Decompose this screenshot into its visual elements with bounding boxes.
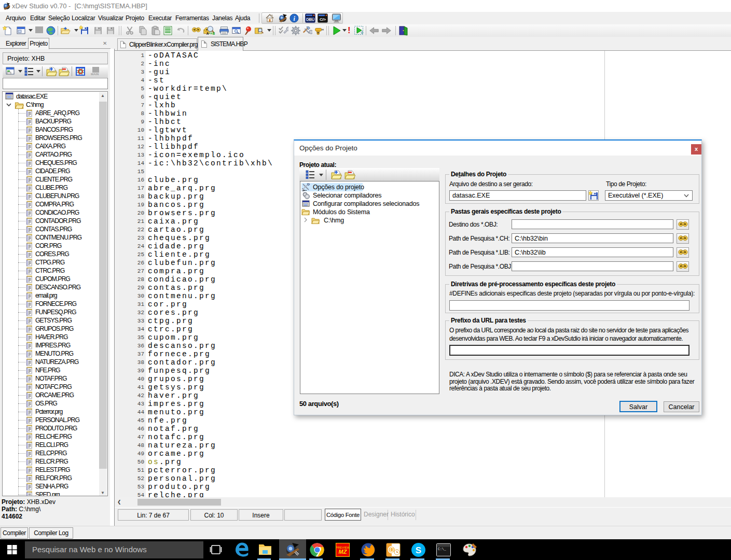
svg-text:S: S xyxy=(416,545,421,555)
svg-text:A: A xyxy=(206,32,209,35)
svg-text:MZ: MZ xyxy=(339,549,348,555)
svg-text:B: B xyxy=(213,32,215,35)
svg-text:C:\_: C:\_ xyxy=(438,548,446,551)
svg-text:C/>: C/> xyxy=(320,17,326,22)
